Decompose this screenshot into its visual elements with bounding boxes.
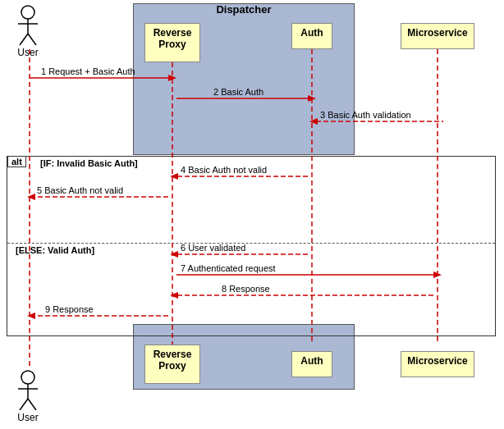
alt-divider bbox=[7, 243, 495, 244]
alt-condition: [IF: Invalid Basic Auth] bbox=[40, 158, 138, 168]
svg-line-3 bbox=[20, 34, 28, 45]
actor-auth-bottom: Auth bbox=[291, 351, 332, 377]
svg-line-4 bbox=[28, 34, 36, 45]
svg-text:1 Request + Basic Auth: 1 Request + Basic Auth bbox=[41, 66, 135, 76]
svg-point-5 bbox=[21, 371, 34, 384]
svg-line-8 bbox=[20, 399, 28, 410]
svg-point-0 bbox=[21, 6, 34, 19]
user-figure-top: User bbox=[15, 4, 41, 58]
diagram-container: Dispatcher ReverseProxy Auth Microservic… bbox=[0, 0, 504, 429]
actor-reverse-proxy-top: ReverseProxy bbox=[144, 23, 200, 62]
actor-microservice-bottom: Microservice bbox=[401, 351, 474, 377]
actor-microservice-top: Microservice bbox=[401, 23, 474, 49]
user-label-top: User bbox=[15, 47, 41, 58]
svg-line-9 bbox=[28, 399, 36, 410]
user-figure-bottom: User bbox=[15, 369, 41, 423]
alt-frame: alt [IF: Invalid Basic Auth] [ELSE: Vali… bbox=[7, 156, 496, 336]
actor-reverse-proxy-bottom: ReverseProxy bbox=[144, 345, 200, 384]
user-label-bottom: User bbox=[15, 412, 41, 423]
else-condition: [ELSE: Valid Auth] bbox=[16, 245, 94, 255]
actor-auth-top: Auth bbox=[291, 23, 332, 49]
alt-tab-label: alt bbox=[7, 156, 26, 167]
